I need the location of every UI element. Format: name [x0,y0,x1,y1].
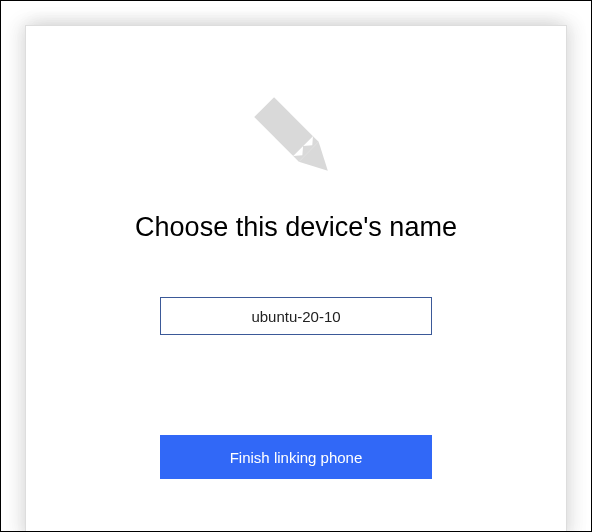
device-name-input[interactable] [160,297,432,335]
finish-linking-button[interactable]: Finish linking phone [160,435,432,479]
pencil-icon [241,84,351,194]
window-frame: Choose this device's name Finish linking… [0,0,592,532]
dialog-card: Choose this device's name Finish linking… [25,25,567,532]
dialog-title: Choose this device's name [135,212,457,243]
